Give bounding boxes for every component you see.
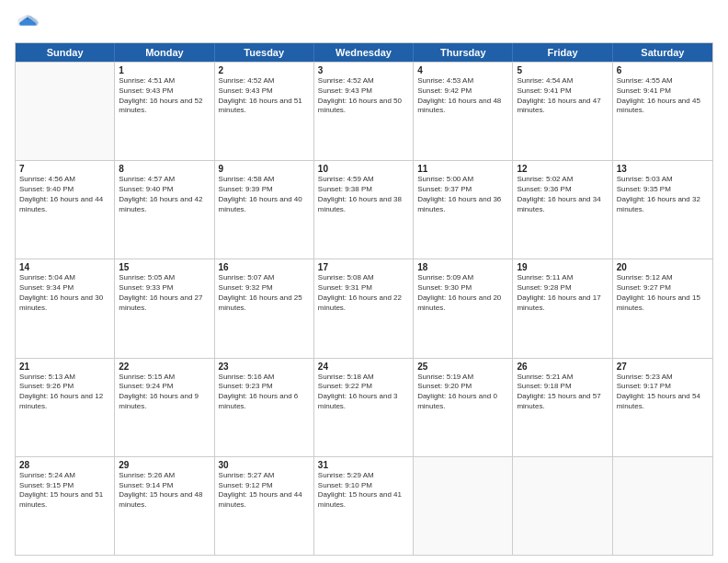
day-info: Sunrise: 5:23 AMSunset: 9:17 PMDaylight:… (617, 373, 709, 412)
calendar-cell (513, 457, 612, 555)
calendar-week-5: 28Sunrise: 5:24 AMSunset: 9:15 PMDayligh… (16, 456, 712, 555)
day-info: Sunrise: 5:08 AMSunset: 9:31 PMDaylight:… (318, 273, 409, 313)
day-number: 9 (219, 164, 310, 174)
day-number: 19 (517, 262, 608, 272)
day-info: Sunrise: 5:00 AMSunset: 9:37 PMDaylight:… (417, 175, 508, 214)
day-number: 23 (219, 362, 310, 372)
day-header-saturday: Saturday (613, 43, 712, 62)
calendar-cell: 29Sunrise: 5:26 AMSunset: 9:14 PMDayligh… (115, 457, 214, 555)
day-info: Sunrise: 5:18 AMSunset: 9:22 PMDaylight:… (318, 373, 409, 412)
day-info: Sunrise: 4:51 AMSunset: 9:43 PMDaylight:… (119, 76, 210, 116)
day-number: 7 (19, 164, 110, 174)
day-number: 11 (417, 164, 508, 174)
day-info: Sunrise: 4:58 AMSunset: 9:39 PMDaylight:… (219, 175, 310, 214)
calendar-cell: 5Sunrise: 4:54 AMSunset: 9:41 PMDaylight… (513, 63, 612, 160)
calendar-week-1: 1Sunrise: 4:51 AMSunset: 9:43 PMDaylight… (16, 62, 712, 160)
day-number: 18 (417, 262, 508, 272)
day-header-sunday: Sunday (16, 43, 115, 62)
day-info: Sunrise: 5:29 AMSunset: 9:10 PMDaylight:… (318, 471, 409, 511)
calendar: SundayMondayTuesdayWednesdayThursdayFrid… (15, 42, 713, 556)
day-info: Sunrise: 5:04 AMSunset: 9:34 PMDaylight:… (19, 273, 110, 313)
day-info: Sunrise: 4:56 AMSunset: 9:40 PMDaylight:… (19, 175, 110, 214)
calendar-cell: 9Sunrise: 4:58 AMSunset: 9:39 PMDaylight… (215, 161, 314, 259)
day-info: Sunrise: 4:53 AMSunset: 9:42 PMDaylight:… (417, 76, 508, 116)
calendar-cell: 16Sunrise: 5:07 AMSunset: 9:32 PMDayligh… (215, 259, 314, 357)
calendar-cell: 1Sunrise: 4:51 AMSunset: 9:43 PMDaylight… (115, 63, 214, 160)
calendar-cell: 25Sunrise: 5:19 AMSunset: 9:20 PMDayligh… (414, 359, 513, 456)
day-number: 8 (119, 164, 210, 174)
calendar-cell: 31Sunrise: 5:29 AMSunset: 9:10 PMDayligh… (314, 457, 414, 555)
calendar-header: SundayMondayTuesdayWednesdayThursdayFrid… (16, 43, 712, 62)
calendar-cell: 17Sunrise: 5:08 AMSunset: 9:31 PMDayligh… (314, 259, 414, 357)
day-number: 3 (318, 65, 409, 75)
day-info: Sunrise: 5:07 AMSunset: 9:32 PMDaylight:… (219, 273, 310, 313)
day-info: Sunrise: 5:05 AMSunset: 9:33 PMDaylight:… (119, 273, 210, 313)
day-info: Sunrise: 5:24 AMSunset: 9:15 PMDaylight:… (19, 471, 110, 511)
day-header-tuesday: Tuesday (215, 43, 314, 62)
calendar-cell: 7Sunrise: 4:56 AMSunset: 9:40 PMDaylight… (16, 161, 115, 259)
calendar-cell (16, 63, 115, 160)
day-info: Sunrise: 5:15 AMSunset: 9:24 PMDaylight:… (119, 373, 210, 412)
day-info: Sunrise: 5:26 AMSunset: 9:14 PMDaylight:… (119, 471, 210, 511)
day-number: 2 (219, 65, 310, 75)
calendar-week-2: 7Sunrise: 4:56 AMSunset: 9:40 PMDaylight… (16, 160, 712, 259)
day-number: 10 (318, 164, 409, 174)
logo-icon (15, 11, 40, 37)
day-info: Sunrise: 5:03 AMSunset: 9:35 PMDaylight:… (617, 175, 709, 214)
day-number: 24 (318, 362, 409, 372)
page: SundayMondayTuesdayWednesdayThursdayFrid… (0, 0, 728, 563)
calendar-cell (613, 457, 712, 555)
day-info: Sunrise: 4:52 AMSunset: 9:43 PMDaylight:… (219, 76, 310, 116)
calendar-cell: 22Sunrise: 5:15 AMSunset: 9:24 PMDayligh… (115, 359, 214, 456)
day-info: Sunrise: 5:09 AMSunset: 9:30 PMDaylight:… (417, 273, 508, 313)
day-info: Sunrise: 5:13 AMSunset: 9:26 PMDaylight:… (19, 373, 110, 412)
calendar-cell: 19Sunrise: 5:11 AMSunset: 9:28 PMDayligh… (513, 259, 612, 357)
calendar-cell: 15Sunrise: 5:05 AMSunset: 9:33 PMDayligh… (115, 259, 214, 357)
calendar-cell: 14Sunrise: 5:04 AMSunset: 9:34 PMDayligh… (16, 259, 115, 357)
day-number: 28 (19, 460, 110, 470)
calendar-cell: 13Sunrise: 5:03 AMSunset: 9:35 PMDayligh… (613, 161, 712, 259)
day-number: 27 (617, 362, 709, 372)
day-number: 22 (119, 362, 210, 372)
day-number: 20 (617, 262, 709, 272)
calendar-cell: 2Sunrise: 4:52 AMSunset: 9:43 PMDaylight… (215, 63, 314, 160)
calendar-cell (414, 457, 513, 555)
day-info: Sunrise: 4:59 AMSunset: 9:38 PMDaylight:… (318, 175, 409, 214)
day-number: 26 (517, 362, 608, 372)
day-number: 6 (617, 65, 709, 75)
day-header-wednesday: Wednesday (314, 43, 414, 62)
calendar-cell: 30Sunrise: 5:27 AMSunset: 9:12 PMDayligh… (215, 457, 314, 555)
day-number: 4 (417, 65, 508, 75)
day-info: Sunrise: 4:52 AMSunset: 9:43 PMDaylight:… (318, 76, 409, 116)
day-number: 16 (219, 262, 310, 272)
day-info: Sunrise: 5:27 AMSunset: 9:12 PMDaylight:… (219, 471, 310, 511)
calendar-cell: 10Sunrise: 4:59 AMSunset: 9:38 PMDayligh… (314, 161, 414, 259)
svg-rect-4 (15, 26, 40, 37)
calendar-cell: 27Sunrise: 5:23 AMSunset: 9:17 PMDayligh… (613, 359, 712, 456)
day-number: 12 (517, 164, 608, 174)
calendar-cell: 18Sunrise: 5:09 AMSunset: 9:30 PMDayligh… (414, 259, 513, 357)
calendar-cell: 3Sunrise: 4:52 AMSunset: 9:43 PMDaylight… (314, 63, 414, 160)
calendar-cell: 24Sunrise: 5:18 AMSunset: 9:22 PMDayligh… (314, 359, 414, 456)
day-info: Sunrise: 5:02 AMSunset: 9:36 PMDaylight:… (517, 175, 608, 214)
day-number: 21 (19, 362, 110, 372)
calendar-cell: 4Sunrise: 4:53 AMSunset: 9:42 PMDaylight… (414, 63, 513, 160)
calendar-week-4: 21Sunrise: 5:13 AMSunset: 9:26 PMDayligh… (16, 358, 712, 456)
day-number: 31 (318, 460, 409, 470)
calendar-cell: 23Sunrise: 5:16 AMSunset: 9:23 PMDayligh… (215, 359, 314, 456)
calendar-cell: 28Sunrise: 5:24 AMSunset: 9:15 PMDayligh… (16, 457, 115, 555)
calendar-cell: 20Sunrise: 5:12 AMSunset: 9:27 PMDayligh… (613, 259, 712, 357)
day-number: 13 (617, 164, 709, 174)
day-header-monday: Monday (115, 43, 214, 62)
day-number: 1 (119, 65, 210, 75)
day-info: Sunrise: 4:54 AMSunset: 9:41 PMDaylight:… (517, 76, 608, 116)
calendar-cell: 11Sunrise: 5:00 AMSunset: 9:37 PMDayligh… (414, 161, 513, 259)
day-info: Sunrise: 5:16 AMSunset: 9:23 PMDaylight:… (219, 373, 310, 412)
day-info: Sunrise: 5:19 AMSunset: 9:20 PMDaylight:… (417, 373, 508, 412)
day-info: Sunrise: 5:12 AMSunset: 9:27 PMDaylight:… (617, 273, 709, 313)
calendar-cell: 12Sunrise: 5:02 AMSunset: 9:36 PMDayligh… (513, 161, 612, 259)
logo (15, 11, 44, 37)
day-number: 25 (417, 362, 508, 372)
day-info: Sunrise: 4:55 AMSunset: 9:41 PMDaylight:… (617, 76, 709, 116)
day-info: Sunrise: 5:21 AMSunset: 9:18 PMDaylight:… (517, 373, 608, 412)
